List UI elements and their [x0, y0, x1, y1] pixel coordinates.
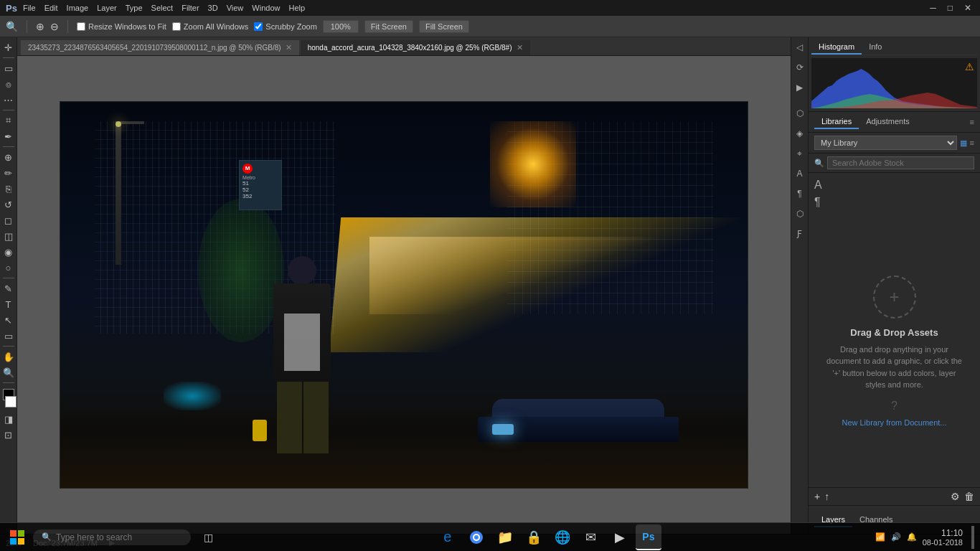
- taskbar-clock[interactable]: 11:10 08-01-2018: [923, 528, 963, 547]
- 3d-icon2[interactable]: ⬡: [793, 207, 807, 221]
- pen-tool[interactable]: ✎: [1, 281, 16, 296]
- healing-brush-tool[interactable]: ⊕: [1, 150, 16, 164]
- zoom-level-input[interactable]: 100%: [323, 20, 359, 33]
- dnd-plus-circle[interactable]: +: [873, 276, 916, 319]
- library-delete-icon[interactable]: 🗑: [964, 491, 974, 502]
- fit-screen-button[interactable]: Fit Screen: [364, 20, 413, 33]
- crop-tool[interactable]: ⌗: [1, 113, 16, 128]
- tab-1-close[interactable]: ✕: [286, 43, 292, 52]
- canvas-image[interactable]: M Metro 51 52 352: [60, 101, 748, 489]
- gradient-tool[interactable]: ◫: [1, 229, 16, 243]
- screen-mode-button[interactable]: ⊡: [1, 428, 16, 442]
- menu-window[interactable]: Window: [252, 4, 280, 12]
- explorer-app[interactable]: 📁: [492, 524, 518, 550]
- menu-filter[interactable]: Filter: [182, 4, 199, 12]
- eraser-tool[interactable]: ◻: [1, 213, 16, 227]
- taskbar-search[interactable]: 🔍: [33, 529, 191, 545]
- edge-app[interactable]: e: [435, 524, 461, 550]
- shape-tool[interactable]: ▭: [1, 329, 16, 343]
- move-tool[interactable]: ✛: [1, 40, 16, 55]
- paragraph-icon[interactable]: ¶: [793, 187, 807, 201]
- eyedropper-tool[interactable]: ✒: [1, 129, 16, 143]
- tab-1[interactable]: 23435273_2234876563405654_22019107395080…: [20, 39, 300, 55]
- histogram-tab[interactable]: Histogram: [811, 40, 862, 55]
- resize-windows-input[interactable]: [77, 22, 85, 31]
- history-panel-icon[interactable]: ⟳: [793, 60, 807, 75]
- chrome-app[interactable]: [463, 524, 489, 550]
- network-icon[interactable]: 📶: [875, 532, 885, 542]
- zoom-out-icon[interactable]: ⊖: [50, 21, 59, 32]
- tab-2-close[interactable]: ✕: [517, 43, 523, 52]
- menu-type[interactable]: Type: [126, 4, 143, 12]
- task-view-button[interactable]: ◫: [195, 524, 221, 550]
- library-collaborate-icon[interactable]: ⚙: [951, 491, 960, 502]
- dnd-help-icon[interactable]: ?: [891, 400, 897, 413]
- tab-2[interactable]: honda_accord_acura_104328_3840x2160.jpg …: [300, 39, 531, 55]
- menu-layer[interactable]: Layer: [97, 4, 117, 12]
- menu-image[interactable]: Image: [67, 4, 89, 12]
- adjustments-tab[interactable]: Adjustments: [859, 115, 917, 129]
- scrubby-zoom-input[interactable]: [254, 22, 263, 31]
- libraries-collapse-icon[interactable]: ≡: [970, 118, 974, 126]
- menu-edit[interactable]: Edit: [44, 4, 58, 12]
- library-grid-view-icon[interactable]: ▦: [960, 138, 967, 148]
- new-library-from-document-link[interactable]: New Library from Document...: [842, 418, 946, 427]
- volume-icon[interactable]: 🔊: [891, 532, 901, 542]
- zoom-tool-icon[interactable]: 🔍: [6, 21, 18, 32]
- adjustments-panel-icon[interactable]: ⬡: [793, 106, 807, 121]
- dodge-tool[interactable]: ○: [1, 260, 16, 275]
- window-controls[interactable]: ─ □ ✕: [927, 3, 974, 13]
- measurement-icon[interactable]: ⌖: [793, 146, 807, 161]
- rectangular-marquee-tool[interactable]: ▭: [1, 61, 16, 75]
- photoshop-app[interactable]: Ps: [636, 524, 661, 550]
- brush-tool[interactable]: ✏: [1, 166, 16, 180]
- notification-icon[interactable]: 🔔: [907, 532, 917, 542]
- hand-tool[interactable]: ✋: [1, 349, 16, 364]
- library-search-input[interactable]: [827, 156, 974, 169]
- library-list-view-icon[interactable]: ≡: [970, 138, 974, 147]
- actions-panel-icon[interactable]: ▶: [793, 80, 807, 95]
- panel-collapse-icon[interactable]: ◁: [793, 40, 807, 55]
- type-icon[interactable]: A: [793, 166, 807, 181]
- blur-tool[interactable]: ◉: [1, 245, 16, 259]
- zoom-all-windows-input[interactable]: [172, 22, 181, 31]
- library-add-button[interactable]: +: [814, 491, 820, 502]
- text-tool[interactable]: T: [1, 297, 16, 311]
- canvas-wrapper[interactable]: M Metro 51 52 352: [17, 56, 791, 534]
- library-type-icon-item[interactable]: A: [814, 179, 974, 192]
- background-color[interactable]: [5, 396, 17, 408]
- font-icon[interactable]: Ƒ: [793, 227, 807, 241]
- quick-mask-button[interactable]: ◨: [1, 412, 16, 426]
- start-button[interactable]: [6, 526, 29, 549]
- menu-select[interactable]: Select: [151, 4, 174, 12]
- libraries-tab[interactable]: Libraries: [814, 115, 859, 129]
- library-paragraph-icon-item[interactable]: ¶: [814, 196, 974, 209]
- close-button[interactable]: ✕: [961, 3, 974, 13]
- minimize-button[interactable]: ─: [927, 3, 939, 13]
- show-desktop-button[interactable]: [971, 526, 974, 549]
- zoom-all-windows-checkbox[interactable]: Zoom All Windows: [172, 22, 248, 31]
- history-brush-tool[interactable]: ↺: [1, 197, 16, 212]
- menu-bar[interactable]: File Edit Image Layer Type Select Filter…: [23, 4, 305, 12]
- info-tab[interactable]: Info: [862, 40, 889, 55]
- zoom-in-icon[interactable]: ⊕: [36, 21, 44, 32]
- scrubby-zoom-checkbox[interactable]: Scrubby Zoom: [254, 22, 317, 31]
- media-app[interactable]: ▶: [607, 524, 633, 550]
- app4[interactable]: 🔒: [521, 524, 547, 550]
- menu-view[interactable]: View: [227, 4, 244, 12]
- menu-file[interactable]: File: [23, 4, 36, 12]
- app5[interactable]: 🌐: [550, 524, 575, 550]
- menu-3d[interactable]: 3D: [208, 4, 218, 12]
- lasso-tool[interactable]: ⌾: [1, 77, 16, 91]
- library-dropdown[interactable]: My Library: [814, 136, 957, 150]
- 3d-panel-icon[interactable]: ◈: [793, 126, 807, 141]
- taskbar-search-input[interactable]: [56, 532, 182, 542]
- fill-screen-button[interactable]: Fill Screen: [419, 20, 469, 33]
- email-app[interactable]: ✉: [578, 524, 604, 550]
- path-selection-tool[interactable]: ↖: [1, 313, 16, 327]
- maximize-button[interactable]: □: [945, 3, 956, 13]
- library-upload-button[interactable]: ↑: [824, 491, 829, 502]
- menu-help[interactable]: Help: [288, 4, 305, 12]
- clone-stamp-tool[interactable]: ⎘: [1, 182, 16, 196]
- resize-windows-checkbox[interactable]: Resize Windows to Fit: [77, 22, 166, 31]
